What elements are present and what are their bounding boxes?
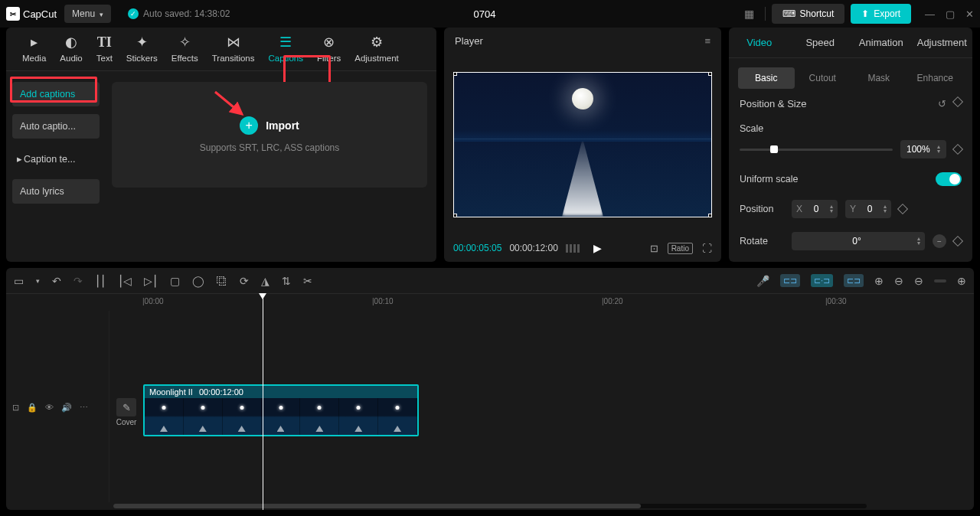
subtab-cutout[interactable]: Cutout [795,67,851,89]
track-mute-icon[interactable]: 🔊 [61,403,72,413]
position-y-input[interactable]: Y0▴▾ [845,200,891,218]
resize-handle[interactable] [453,214,457,217]
undo-icon[interactable]: ↶ [52,275,61,287]
position-label: Position [740,204,784,214]
video-clip[interactable]: Moonlight II 00:00:12:00 [143,384,419,436]
compare-icon[interactable]: ⊡ [650,243,658,254]
ratio-button[interactable]: Ratio [668,243,693,254]
rotate-label: Rotate [740,236,784,247]
close-button[interactable]: ✕ [965,8,974,20]
keyframe-icon[interactable] [952,96,963,107]
uniform-scale-label: Uniform scale [740,174,798,185]
resize-handle[interactable] [708,214,712,217]
resize-handle[interactable] [708,72,712,76]
reset-icon[interactable]: ↺ [938,98,946,109]
scale-value-input[interactable]: 100%▴▾ [900,140,946,158]
keyframe-icon[interactable] [952,236,963,247]
uniform-scale-toggle[interactable] [936,172,962,186]
tab-media[interactable]: ▸Media [15,34,53,70]
zoom-fit-icon[interactable]: ⊕ [957,275,966,287]
preview-content [572,88,593,109]
stepper-icon[interactable]: ▴▾ [830,204,833,214]
timeline-tracks[interactable]: Moonlight II 00:00:12:00 [109,311,974,502]
play-button[interactable]: ▶ [593,242,602,254]
playhead[interactable] [263,294,263,510]
clip-duration: 00:00:12:00 [199,387,243,397]
resize-handle[interactable] [453,72,457,76]
fullscreen-icon[interactable]: ⛶ [702,243,712,254]
mic-icon[interactable]: 🎤 [756,275,769,287]
rotate-reset-icon[interactable]: − [933,234,946,248]
subtab-basic[interactable]: Basic [738,67,795,89]
subtab-enhance[interactable]: Enhance [907,67,964,89]
group-icon[interactable]: ⿻ [217,275,227,287]
tab-transitions[interactable]: ⋈Transitions [205,34,262,70]
scale-label: Scale [740,123,962,134]
snap3-icon[interactable]: ⊏⊐ [844,274,864,287]
tab-stickers[interactable]: ✦Stickers [119,34,165,70]
video-preview[interactable] [453,72,712,217]
zoom-slider[interactable] [934,279,946,282]
trim-right-icon[interactable]: ▷⎮ [144,275,158,287]
redo-icon[interactable]: ↷ [74,275,83,287]
annotation-arrow [211,88,250,119]
tab-adjustment[interactable]: ⚙Adjustment [348,34,406,70]
trim-left-icon[interactable]: ⎮◁ [118,275,132,287]
project-title[interactable]: 0704 [238,8,732,20]
captions-icon: ☰ [279,34,292,51]
tab-audio[interactable]: ◐Audio [53,34,89,70]
rotate-input[interactable]: 0°▴▾ [792,232,925,250]
tab-text[interactable]: TIText [90,34,119,70]
zoom-out-icon[interactable]: ⊖ [894,275,903,287]
keyframe-icon[interactable] [952,144,963,155]
track-more-icon[interactable]: ⋯ [80,403,88,413]
stepper-icon[interactable]: ▴▾ [917,237,920,246]
tab-animation[interactable]: Animation [851,28,912,57]
keyframe-icon[interactable] [897,204,908,214]
select-tool-icon[interactable]: ▭ [14,275,24,287]
track-collapse-icon[interactable]: ⊡ [12,403,19,413]
track-lock-icon[interactable]: 🔒 [27,403,38,413]
marker-icon[interactable]: ◯ [192,275,204,287]
section-position-size[interactable]: Position & Size ↺ [740,98,962,109]
flip-icon[interactable]: ⇅ [282,275,291,287]
maximize-button[interactable]: ▢ [946,8,955,20]
annotation-highlight-add [10,77,97,103]
tab-effects[interactable]: ✧Effects [165,34,205,70]
split-icon[interactable]: ⎮⎮ [95,275,106,287]
align-icon[interactable]: ⊕ [874,275,884,287]
clip-name: Moonlight II [149,387,193,397]
auto-lyrics-button[interactable]: Auto lyrics [12,179,100,204]
position-x-input[interactable]: X0▴▾ [792,200,838,218]
snap2-icon[interactable]: ⊏·⊐ [811,274,833,287]
menu-button[interactable]: Menu [64,5,111,23]
track-visible-icon[interactable]: 👁 [45,403,54,413]
app-name: CapCut [23,8,57,20]
stepper-icon[interactable]: ▴▾ [884,204,887,214]
segment-icon[interactable] [566,244,580,253]
import-card[interactable]: + Import Supports SRT, LRC, ASS captions [112,82,427,188]
zoom-in-icon[interactable]: ⊖ [914,275,923,287]
minimize-button[interactable]: — [925,8,935,20]
export-button[interactable]: ⬆ Export [851,4,911,24]
rotate-icon[interactable]: ⟳ [240,275,249,287]
tab-speed[interactable]: Speed [790,28,851,57]
layout-icon[interactable]: ▦ [740,5,759,23]
tab-video[interactable]: Video [729,28,790,57]
crop-icon[interactable]: ✂ [303,275,312,287]
snap1-icon[interactable]: ⊏⊐ [780,274,800,287]
tab-adjustment-right[interactable]: Adjustment [912,28,973,57]
subtab-mask[interactable]: Mask [851,67,907,89]
tool-dropdown-icon[interactable]: ▾ [36,277,40,285]
shortcut-button[interactable]: ⌨ Shortcut [772,4,845,24]
stepper-icon[interactable]: ▴▾ [937,145,940,154]
player-menu-icon[interactable]: ≡ [704,35,710,47]
auto-captions-button[interactable]: Auto captio... [12,114,100,139]
delete-icon[interactable]: ▢ [170,275,180,287]
media-panel: ▸Media ◐Audio TIText ✦Stickers ✧Effects … [6,28,436,262]
mirror-icon[interactable]: ◮ [261,275,270,287]
timeline-ruler[interactable]: |00:00 |00:10 |00:20 |00:30 [6,294,974,311]
timeline-scrollbar[interactable] [6,502,974,510]
caption-templates-button[interactable]: ▸Caption te... [12,146,100,171]
scale-slider[interactable] [740,149,893,151]
